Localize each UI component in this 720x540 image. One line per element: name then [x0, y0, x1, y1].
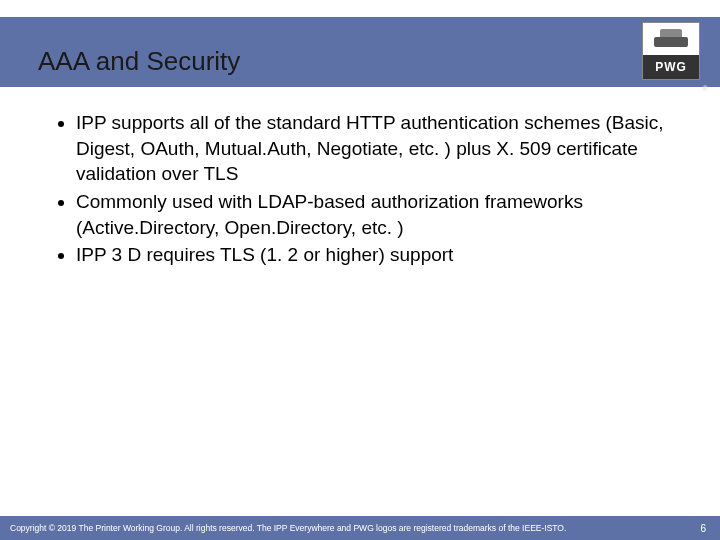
- footer-band: Copyright © 2019 The Printer Working Gro…: [0, 516, 720, 540]
- page-number: 6: [700, 523, 706, 534]
- copyright-text: Copyright © 2019 The Printer Working Gro…: [10, 523, 566, 533]
- registered-mark: ®: [702, 84, 708, 93]
- list-item: Commonly used with LDAP-based authorizat…: [76, 189, 670, 240]
- printer-icon: [643, 23, 699, 55]
- pwg-logo: PWG: [642, 22, 700, 80]
- slide-title: AAA and Security: [38, 46, 240, 77]
- slide: AAA and Security PWG ® IPP supports all …: [0, 0, 720, 540]
- bullet-list: IPP supports all of the standard HTTP au…: [54, 110, 670, 268]
- list-item: IPP 3 D requires TLS (1. 2 or higher) su…: [76, 242, 670, 268]
- content-area: IPP supports all of the standard HTTP au…: [54, 110, 670, 270]
- logo-text: PWG: [643, 55, 699, 79]
- list-item: IPP supports all of the standard HTTP au…: [76, 110, 670, 187]
